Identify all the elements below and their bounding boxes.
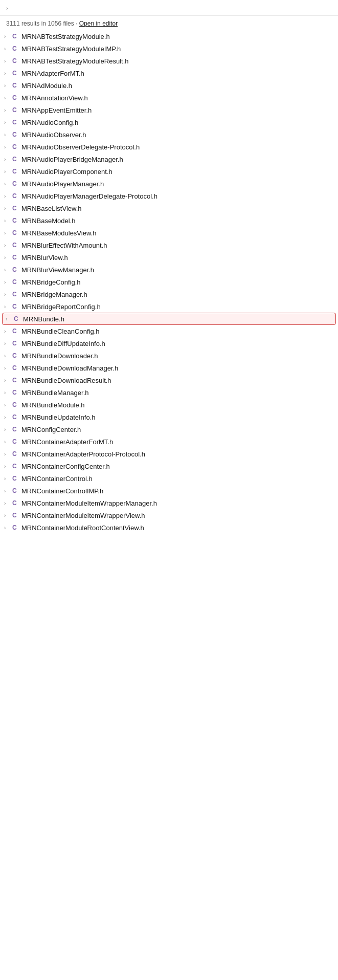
- list-item[interactable]: ›CMRNABTestStrategyModule.h: [0, 30, 338, 42]
- chevron-right-icon: ›: [4, 341, 11, 346]
- file-name: MRNAnnotationView.h: [21, 94, 88, 102]
- file-name: MRNAudioObserverDelegate-Protocol.h: [21, 143, 140, 151]
- list-item[interactable]: ›CMRNBridgeReportConfig.h: [0, 300, 338, 313]
- type-badge: C: [12, 413, 17, 421]
- file-name: MRNBundleDownloadManager.h: [21, 364, 118, 372]
- list-item[interactable]: ›CMRNBundleUpdateInfo.h: [0, 411, 338, 423]
- chevron-right-icon: ›: [4, 279, 11, 285]
- type-badge: C: [12, 168, 17, 175]
- chevron-right-icon: ›: [4, 206, 11, 211]
- file-name: MRNConfigCenter.h: [21, 426, 81, 433]
- chevron-right-icon: ›: [4, 402, 11, 408]
- chevron-right-icon: ›: [4, 525, 11, 531]
- chevron-right-icon: ›: [4, 513, 11, 518]
- list-item[interactable]: ›CMRNBundle.h: [2, 313, 336, 325]
- list-item[interactable]: ›CMRNABTestStrategyModuleIMP.h: [0, 42, 338, 55]
- type-badge: C: [12, 303, 17, 310]
- type-badge: C: [12, 229, 17, 236]
- chevron-right-icon: ›: [4, 427, 11, 432]
- list-item[interactable]: ›CMRNAudioPlayerBridgeManager.h: [0, 153, 338, 165]
- chevron-right-icon: ›: [4, 439, 11, 445]
- chevron-right-icon: ›: [4, 230, 11, 236]
- type-badge: C: [12, 94, 17, 101]
- list-item[interactable]: ›CMRNAdapterForMT.h: [0, 67, 338, 79]
- list-item[interactable]: ›CMRNContainerModuleItemWrapperManager.h: [0, 497, 338, 509]
- chevron-right-icon: ›: [4, 181, 11, 187]
- list-item[interactable]: ›CMRNBundleDownloadResult.h: [0, 374, 338, 386]
- chevron-right-icon: ›: [4, 415, 11, 420]
- type-badge: C: [12, 131, 17, 138]
- list-item[interactable]: ›CMRNContainerModuleRootContentView.h: [0, 521, 338, 534]
- expand-arrow[interactable]: ›: [6, 5, 8, 11]
- list-item[interactable]: ›CMRNBundleModule.h: [0, 399, 338, 411]
- list-item[interactable]: ›CMRNBaseModel.h: [0, 214, 338, 227]
- type-badge: C: [12, 266, 17, 273]
- list-item[interactable]: ›CMRNAudioObserver.h: [0, 128, 338, 141]
- type-badge: C: [12, 106, 17, 114]
- chevron-right-icon: ›: [6, 316, 13, 322]
- list-item[interactable]: ›CMRNContainerAdapterForMT.h: [0, 435, 338, 448]
- chevron-right-icon: ›: [4, 267, 11, 273]
- list-item[interactable]: ›CMRNBundleManager.h: [0, 386, 338, 399]
- type-badge: C: [12, 487, 17, 494]
- list-item[interactable]: ›CMRNBundleCleanConfig.h: [0, 325, 338, 337]
- file-name: MRNContainerModuleItemWrapperView.h: [21, 512, 145, 519]
- type-badge: C: [12, 217, 17, 224]
- chevron-right-icon: ›: [4, 46, 11, 52]
- type-badge: C: [12, 45, 17, 52]
- list-item[interactable]: ›CMRNAudioPlayerManagerDelegate-Protocol…: [0, 190, 338, 202]
- list-item[interactable]: ›CMRNAudioPlayerComponent.h: [0, 165, 338, 178]
- list-item[interactable]: ›CMRNContainerControl.h: [0, 472, 338, 485]
- chevron-right-icon: ›: [4, 451, 11, 457]
- file-name: MRNBridgeConfig.h: [21, 278, 81, 286]
- file-name: MRNAudioPlayerBridgeManager.h: [21, 156, 123, 163]
- list-item[interactable]: ›CMRNABTestStrategyModuleResult.h: [0, 55, 338, 67]
- list-item[interactable]: ›CMRNContainerAdapterProtocol-Protocol.h: [0, 448, 338, 460]
- file-name: MRNABTestStrategyModuleIMP.h: [21, 45, 121, 53]
- chevron-right-icon: ›: [4, 71, 11, 76]
- list-item[interactable]: ›CMRNAdModule.h: [0, 79, 338, 92]
- list-item[interactable]: ›CMRNContainerModuleItemWrapperView.h: [0, 509, 338, 521]
- chevron-right-icon: ›: [4, 34, 11, 39]
- chevron-right-icon: ›: [4, 500, 11, 506]
- list-item[interactable]: ›CMRNBaseListView.h: [0, 202, 338, 214]
- file-name: MRNContainerConfigCenter.h: [21, 463, 110, 470]
- list-item[interactable]: ›CMRNBlurView.h: [0, 251, 338, 264]
- file-name: MRNBaseModulesView.h: [21, 229, 96, 237]
- list-item[interactable]: ›CMRNBaseModulesView.h: [0, 227, 338, 239]
- list-item[interactable]: ›CMRNAudioObserverDelegate-Protocol.h: [0, 141, 338, 153]
- list-item[interactable]: ›CMRNConfigCenter.h: [0, 423, 338, 435]
- list-item[interactable]: ›CMRNBundleDiffUpdateInfo.h: [0, 337, 338, 350]
- list-item[interactable]: ›CMRNAnnotationView.h: [0, 92, 338, 104]
- list-item[interactable]: ›CMRNBridgeManager.h: [0, 288, 338, 300]
- list-item[interactable]: ›CMRNAudioPlayerManager.h: [0, 178, 338, 190]
- list-item[interactable]: ›CMRNAudioConfig.h: [0, 116, 338, 128]
- file-name: MRNAudioObserver.h: [21, 131, 86, 139]
- file-name: MRNContainerAdapterForMT.h: [21, 438, 113, 446]
- list-item[interactable]: ›CMRNAppEventEmitter.h: [0, 104, 338, 116]
- list-item[interactable]: ›CMRNContainerControlIMP.h: [0, 485, 338, 497]
- list-item[interactable]: ›CMRNBlurEffectWithAmount.h: [0, 239, 338, 251]
- type-badge: C: [12, 377, 17, 384]
- file-name: MRNAudioPlayerManagerDelegate-Protocol.h: [21, 192, 157, 200]
- list-item[interactable]: ›CMRNBundleDownloadManager.h: [0, 362, 338, 374]
- chevron-right-icon: ›: [4, 390, 11, 396]
- list-item[interactable]: ›CMRNBridgeConfig.h: [0, 276, 338, 288]
- file-name: MRNBlurView.h: [21, 254, 68, 262]
- header: ›: [0, 0, 338, 16]
- list-item[interactable]: ›CMRNBundleDownloader.h: [0, 350, 338, 362]
- open-in-editor-link[interactable]: Open in editor: [79, 20, 118, 27]
- type-badge: C: [12, 254, 17, 261]
- type-badge: C: [12, 450, 17, 458]
- type-badge: C: [12, 33, 17, 40]
- chevron-right-icon: ›: [4, 157, 11, 162]
- type-badge: C: [12, 57, 17, 64]
- file-name: MRNContainerControl.h: [21, 475, 93, 483]
- chevron-right-icon: ›: [4, 365, 11, 371]
- file-name: MRNBundleManager.h: [21, 389, 89, 397]
- list-item[interactable]: ›CMRNContainerConfigCenter.h: [0, 460, 338, 472]
- chevron-right-icon: ›: [4, 107, 11, 113]
- list-item[interactable]: ›CMRNBlurViewManager.h: [0, 264, 338, 276]
- results-info: 3111 results in 1056 files · Open in edi…: [0, 16, 338, 30]
- file-name: MRNBundleDownloader.h: [21, 352, 98, 360]
